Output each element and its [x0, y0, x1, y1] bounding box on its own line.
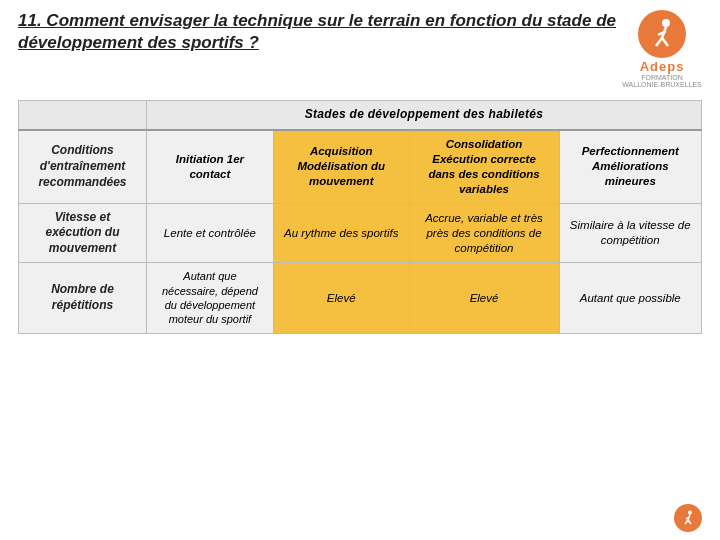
col-header-perfectionnement: Perfectionnement Améliorations mineures [559, 130, 702, 203]
row-vitesse-col4: Similaire à la vitesse de compétition [559, 203, 702, 263]
col-header-conditions: Conditions d'entraînement recommandées [19, 130, 147, 203]
logo-text: Adeps [640, 60, 685, 74]
logo-circle [638, 10, 686, 58]
row-vitesse-col2: Au rythme des sportifs [273, 203, 409, 263]
svg-point-0 [662, 19, 670, 27]
svg-line-2 [656, 38, 662, 46]
table-main-header-row: Stades de développement des habiletés [19, 101, 702, 130]
row-nombre-col3: Elevé [409, 263, 559, 333]
svg-line-8 [688, 520, 691, 524]
col-header-acquisition: Acquisition Modélisation du mouvement [273, 130, 409, 203]
logo-area: Adeps FORMATION WALLONIE-BRUXELLES [622, 10, 702, 88]
row-vitesse-col1: Lente et contrôlée [146, 203, 273, 263]
bottom-runner-icon [679, 509, 697, 527]
development-table: Stades de développement des habiletés Co… [18, 100, 702, 333]
col-header-initiation: Initiation 1er contact [146, 130, 273, 203]
table-row-nombre: Nombre de répétitions Autant que nécessa… [19, 263, 702, 333]
svg-line-3 [662, 38, 668, 46]
row-vitesse-label: Vitesse et exécution du mouvement [19, 203, 147, 263]
logo-sub: FORMATION WALLONIE-BRUXELLES [622, 74, 702, 88]
row-nombre-col2: Elevé [273, 263, 409, 333]
main-header-cell: Stades de développement des habiletés [146, 101, 701, 130]
header: 11. Comment envisager la technique sur l… [18, 10, 702, 88]
svg-point-5 [688, 511, 692, 515]
row-vitesse-col3: Accrue, variable et très près des condit… [409, 203, 559, 263]
table-row-vitesse: Vitesse et exécution du mouvement Lente … [19, 203, 702, 263]
empty-header [19, 101, 147, 130]
bottom-watermark [674, 504, 702, 532]
bottom-logo-icon [674, 504, 702, 532]
page-title: 11. Comment envisager la technique sur l… [18, 10, 618, 54]
row-nombre-label: Nombre de répétitions [19, 263, 147, 333]
logo-icon [644, 16, 680, 52]
table-col-header-row: Conditions d'entraînement recommandées I… [19, 130, 702, 203]
page: 11. Comment envisager la technique sur l… [0, 0, 720, 540]
col-header-consolidation: Consolidation Exécution correcte dans de… [409, 130, 559, 203]
row-nombre-col1: Autant que nécessaire, dépend du dévelop… [146, 263, 273, 333]
row-nombre-col4: Autant que possible [559, 263, 702, 333]
